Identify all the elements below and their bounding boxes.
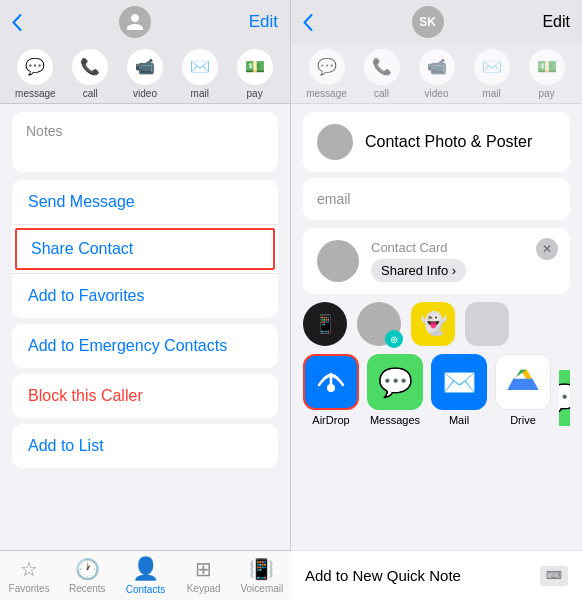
tab-keypad[interactable]: ⊞ Keypad	[182, 557, 226, 594]
right-nav-bar: SK Edit	[291, 0, 582, 44]
extra-share-icon: 💬	[559, 370, 570, 426]
action-message-label: message	[15, 88, 56, 99]
mail-share-item[interactable]: ✉️ Mail	[431, 354, 487, 426]
share-apps-row: 📱 ⊕ 👻	[303, 302, 570, 346]
airdrop-share-item[interactable]: AirDrop	[303, 354, 359, 426]
extra-share-item[interactable]: 💬	[559, 370, 570, 426]
tab-recents[interactable]: 🕐 Recents	[65, 557, 109, 594]
drive-share-icon	[495, 354, 551, 410]
left-back-button[interactable]	[12, 14, 22, 31]
r-video-icon: 📹	[419, 49, 455, 85]
phone-app-icon[interactable]: 📱	[303, 302, 347, 346]
right-edit-button[interactable]: Edit	[542, 13, 570, 31]
left-nav-bar: Edit	[0, 0, 290, 44]
quick-note-icon: ⌨	[540, 566, 568, 586]
add-favorites-item[interactable]: Add to Favorites	[12, 274, 278, 318]
action-mail[interactable]: ✉️ mail	[178, 49, 222, 99]
keypad-tab-icon: ⊞	[195, 557, 212, 581]
r-action-pay-label: pay	[538, 88, 554, 99]
call-icon: 📞	[72, 49, 108, 85]
pay-icon: 💵	[237, 49, 273, 85]
message-icon: 💬	[17, 49, 53, 85]
r-call-icon: 📞	[364, 49, 400, 85]
r-action-call[interactable]: 📞 call	[360, 49, 404, 99]
drive-share-label: Drive	[510, 414, 536, 426]
drive-share-item[interactable]: Drive	[495, 354, 551, 426]
add-emergency-item[interactable]: Add to Emergency Contacts	[12, 324, 278, 368]
photo-circle	[317, 124, 353, 160]
airdrop-label: AirDrop	[312, 414, 349, 426]
r-action-message[interactable]: 💬 message	[305, 49, 349, 99]
r-message-icon: 💬	[309, 49, 345, 85]
email-row: email	[303, 178, 570, 220]
sk-avatar: SK	[412, 6, 444, 38]
email-label: email	[317, 191, 350, 207]
right-panel: SK Edit 💬 message 📞 call 📹 video ✉️ mail…	[291, 0, 582, 600]
tab-favorites[interactable]: ☆ Favorites	[7, 557, 51, 594]
voicemail-tab-icon: 📳	[249, 557, 274, 581]
quick-note-row[interactable]: Add to New Quick Note ⌨	[291, 550, 582, 600]
right-back-button[interactable]	[303, 14, 313, 31]
r-action-mail[interactable]: ✉️ mail	[470, 49, 514, 99]
contact-bubble: ⊕	[357, 302, 401, 346]
close-button[interactable]: ✕	[536, 238, 558, 260]
r-pay-icon: 💵	[529, 49, 565, 85]
action-video[interactable]: 📹 video	[123, 49, 167, 99]
shared-info-button[interactable]: Shared Info ›	[371, 259, 466, 282]
favorites-tab-icon: ☆	[20, 557, 38, 581]
video-icon: 📹	[127, 49, 163, 85]
snapchat-app-icon[interactable]: 👻	[411, 302, 455, 346]
share-buttons-row: AirDrop 💬 Messages ✉️ Mail Drive 💬	[303, 354, 570, 426]
shared-info-label: Shared Info ›	[381, 263, 456, 278]
tab-keypad-label: Keypad	[187, 583, 221, 594]
send-message-item[interactable]: Send Message	[12, 180, 278, 225]
contact-avatar	[119, 6, 151, 38]
add-to-list-item[interactable]: Add to List	[12, 424, 278, 468]
contact-card-title: Contact Card	[371, 240, 466, 255]
notes-label: Notes	[26, 123, 63, 139]
left-panel: Edit 💬 message 📞 call 📹 video ✉️ mail 💵 …	[0, 0, 291, 600]
right-action-bar: 💬 message 📞 call 📹 video ✉️ mail 💵 pay	[291, 44, 582, 104]
messages-share-label: Messages	[370, 414, 420, 426]
tab-contacts[interactable]: 👤 Contacts	[123, 556, 167, 595]
r-action-call-label: call	[374, 88, 389, 99]
tab-voicemail[interactable]: 📳 Voicemail	[240, 557, 284, 594]
r-action-video-label: video	[425, 88, 449, 99]
r-mail-icon: ✉️	[474, 49, 510, 85]
airdrop-icon	[303, 354, 359, 410]
share-contact-item[interactable]: Share Contact	[15, 228, 275, 270]
action-call-label: call	[83, 88, 98, 99]
action-pay-label: pay	[247, 88, 263, 99]
messages-share-icon: 💬	[367, 354, 423, 410]
menu-list: Send Message Share Contact Add to Favori…	[12, 180, 278, 318]
left-edit-button[interactable]: Edit	[249, 12, 278, 32]
quick-note-label: Add to New Quick Note	[305, 567, 461, 584]
r-action-pay[interactable]: 💵 pay	[525, 49, 569, 99]
action-mail-label: mail	[191, 88, 209, 99]
contacts-tab-icon: 👤	[132, 556, 159, 582]
tab-voicemail-label: Voicemail	[240, 583, 283, 594]
action-call[interactable]: 📞 call	[68, 49, 112, 99]
photo-poster-label: Contact Photo & Poster	[365, 133, 532, 151]
r-action-video[interactable]: 📹 video	[415, 49, 459, 99]
contact-card-row: Contact Card Shared Info › ✕	[303, 228, 570, 294]
photo-poster-row[interactable]: Contact Photo & Poster	[303, 112, 570, 172]
left-tab-bar: ☆ Favorites 🕐 Recents 👤 Contacts ⊞ Keypa…	[0, 550, 291, 600]
messages-share-item[interactable]: 💬 Messages	[367, 354, 423, 426]
menu-list-3: Block this Caller	[12, 374, 278, 418]
tab-contacts-label: Contacts	[126, 584, 165, 595]
mail-icon: ✉️	[182, 49, 218, 85]
menu-list-2: Add to Emergency Contacts	[12, 324, 278, 368]
recents-tab-icon: 🕐	[75, 557, 100, 581]
share-contact-wrapper: Share Contact	[12, 228, 278, 274]
action-message[interactable]: 💬 message	[13, 49, 57, 99]
left-content: Notes Send Message Share Contact Add to …	[0, 104, 290, 600]
action-pay[interactable]: 💵 pay	[233, 49, 277, 99]
blank-app-icon	[465, 302, 509, 346]
menu-list-4: Add to List	[12, 424, 278, 468]
contact-card-avatar	[317, 240, 359, 282]
block-caller-item[interactable]: Block this Caller	[12, 374, 278, 418]
action-video-label: video	[133, 88, 157, 99]
contact-card-info: Contact Card Shared Info ›	[371, 240, 466, 282]
mail-share-label: Mail	[449, 414, 469, 426]
